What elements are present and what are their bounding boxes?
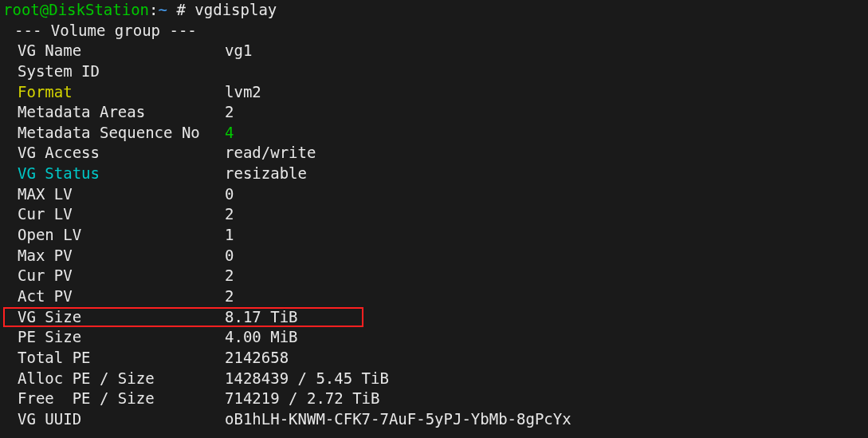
row-value: read/write — [225, 144, 316, 161]
row-label: Alloc PE / Size — [3, 369, 225, 389]
row-value: 714219 / 2.72 TiB — [225, 389, 379, 407]
row-value: 2 — [225, 266, 234, 284]
output-row: Cur PV2 — [0, 266, 868, 286]
command-text: vgdisplay — [194, 1, 277, 18]
output-row: VG Accessread/write — [0, 143, 868, 164]
output-row: System ID — [0, 61, 868, 82]
row-value: 0 — [225, 247, 234, 264]
row-label: PE Size — [3, 327, 225, 348]
row-value: 2142658 — [225, 349, 289, 366]
row-value: 4 — [225, 124, 234, 141]
prompt-space — [186, 1, 194, 18]
prompt-hash: # — [176, 1, 185, 18]
row-label: Act PV — [3, 286, 225, 307]
output-row: Alloc PE / Size1428439 / 5.45 TiB — [0, 369, 868, 389]
terminal-output[interactable]: root@DiskStation:~ # vgdisplay --- Volum… — [0, 0, 868, 429]
output-row: Total PE2142658 — [0, 348, 868, 369]
row-label: Metadata Areas — [3, 102, 225, 123]
row-value: 2 — [225, 103, 234, 120]
output-row: Act PV2 — [0, 286, 868, 307]
row-label: Total PE — [3, 348, 225, 369]
prompt-host: DiskStation — [49, 1, 149, 18]
row-label: VG Status — [3, 164, 225, 184]
row-value: 2 — [225, 205, 234, 223]
row-label: Max PV — [3, 246, 225, 266]
output-row: VG Size8.17 TiB — [0, 307, 868, 328]
output-row: VG Statusresizable — [0, 164, 868, 184]
row-label: Cur LV — [3, 204, 225, 225]
output-row: Open LV1 — [0, 225, 868, 246]
prompt-colon: : — [149, 1, 158, 18]
prompt-user: root — [3, 1, 40, 18]
row-label: Open LV — [3, 225, 225, 246]
prompt-path: ~ — [159, 1, 167, 18]
row-value: 1 — [225, 226, 234, 243]
output-row: PE Size4.00 MiB — [0, 327, 868, 348]
prompt-line: root@DiskStation:~ # vgdisplay — [0, 0, 868, 21]
output-row: MAX LV0 — [0, 184, 868, 205]
output-row: Metadata Sequence No4 — [0, 123, 868, 144]
row-label: VG UUID — [3, 409, 225, 430]
row-value: 4.00 MiB — [225, 328, 298, 345]
row-value: vg1 — [225, 41, 252, 59]
row-label: Cur PV — [3, 266, 225, 286]
output-row: Free PE / Size714219 / 2.72 TiB — [0, 389, 868, 409]
row-value: oB1hLH-KNWM-CFK7-7AuF-5yPJ-YbMb-8gPcYx — [225, 410, 571, 428]
output-row: Max PV0 — [0, 246, 868, 266]
row-value: 1428439 / 5.45 TiB — [225, 369, 389, 387]
output-row: Metadata Areas2 — [0, 102, 868, 123]
row-label: VG Name — [3, 41, 225, 61]
prompt-symbol — [167, 1, 176, 18]
output-row: Cur LV2 — [0, 204, 868, 225]
prompt-at: @ — [40, 1, 49, 18]
output-row: VG Namevg1 — [0, 41, 868, 61]
row-value: 8.17 TiB — [225, 308, 298, 326]
row-value: lvm2 — [225, 83, 261, 101]
row-label: VG Access — [3, 143, 225, 164]
row-label: Metadata Sequence No — [3, 123, 225, 144]
row-label: VG Size — [3, 307, 225, 328]
row-label: Free PE / Size — [3, 389, 225, 409]
row-label: MAX LV — [3, 184, 225, 205]
output-row: VG UUIDoB1hLH-KNWM-CFK7-7AuF-5yPJ-YbMb-8… — [0, 409, 868, 430]
header-line: --- Volume group --- — [0, 21, 868, 41]
output-row: Formatlvm2 — [0, 82, 868, 103]
row-label: System ID — [3, 61, 225, 82]
row-value: 2 — [225, 287, 234, 305]
row-value: resizable — [225, 164, 307, 182]
row-value: 0 — [225, 185, 234, 203]
row-label: Format — [3, 82, 225, 103]
